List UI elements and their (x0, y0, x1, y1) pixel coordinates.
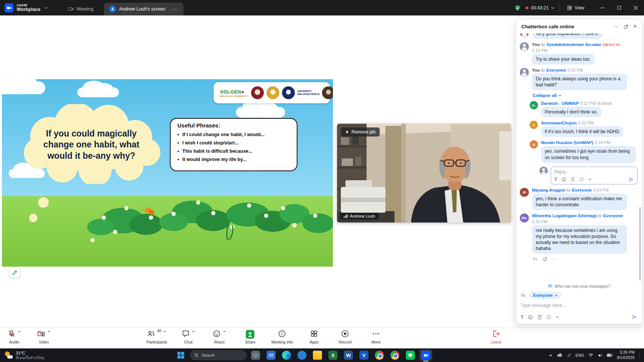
chevron-up-icon[interactable] (47, 330, 51, 333)
avatar[interactable]: N (530, 140, 538, 149)
encryption-shield-icon[interactable] (514, 5, 521, 11)
react-button[interactable]: React (210, 330, 229, 344)
chat-scrollbar[interactable] (639, 207, 641, 281)
collapse-all-link[interactable]: Collapse all (533, 93, 638, 98)
reply-box[interactable]: T (551, 167, 638, 184)
remove-pin-button[interactable]: Remove pin (341, 127, 380, 137)
more-actions-icon[interactable]: ⋯ (552, 256, 557, 262)
chevron-up-icon[interactable] (163, 330, 166, 333)
sender-name[interactable]: You (532, 42, 540, 47)
recipient-selector[interactable]: Everyone (529, 291, 562, 299)
avatar[interactable]: M (520, 188, 529, 197)
taskbar-app-file-explorer[interactable] (311, 350, 324, 361)
minimize-button[interactable] (594, 0, 611, 15)
avatar[interactable]: WL (520, 213, 529, 222)
meeting-info-button[interactable]: Meeting info (271, 330, 293, 344)
message-bubble[interactable]: Try to share your ideas too. (532, 54, 595, 64)
message-bubble[interactable]: not really because sometimes i am using … (532, 225, 627, 254)
message-bubble[interactable]: yes, i think a constant notification mak… (532, 193, 627, 210)
close-button[interactable] (627, 0, 644, 15)
message-bubble[interactable]: Personally I don't think so. (541, 107, 601, 117)
send-message-icon[interactable] (631, 314, 638, 320)
format-text-icon[interactable]: T (554, 176, 557, 182)
taskbar-app-mail[interactable] (265, 350, 277, 361)
close-chat-icon[interactable]: × (633, 23, 637, 30)
taskbar-search[interactable]: Search (190, 350, 247, 360)
chevron-up-icon[interactable] (223, 330, 226, 333)
avatar[interactable] (520, 68, 529, 77)
taskbar-app-excel[interactable]: X (327, 350, 339, 361)
chevron-down-icon[interactable] (556, 315, 559, 319)
chevron-down-icon[interactable] (588, 178, 592, 181)
language-indicator[interactable]: ENG (576, 353, 584, 357)
recipient-name[interactable]: Syedabdulrahman An-atan (546, 42, 601, 47)
weather-widget[interactable]: 31°C มีเมฆเป็นส่วนใหญ่ (0, 351, 49, 360)
taskbar-app-browser[interactable] (296, 350, 308, 361)
recipient-name[interactable]: Everyone (603, 213, 623, 218)
meeting-timer[interactable]: 00:43:21 (525, 5, 555, 11)
message-bubble[interactable]: Do you think always using your phone is … (532, 74, 627, 90)
pop-out-icon[interactable] (624, 24, 629, 29)
sender-name[interactable]: Wineetha Logalingam (Unimap) (532, 213, 597, 218)
chevron-up-icon[interactable] (18, 330, 21, 333)
video-tile-andrew-lush[interactable]: Remove pin Andrew Lush (337, 124, 511, 222)
leave-button[interactable]: Leave (486, 330, 506, 344)
emoji-icon[interactable] (528, 314, 533, 320)
show-desktop-button[interactable] (639, 351, 641, 360)
more-button[interactable]: More (366, 330, 386, 344)
maximize-button[interactable] (611, 0, 627, 15)
taskbar-app-chrome-2[interactable] (388, 350, 401, 361)
taskbar-app-desktop[interactable] (249, 350, 262, 361)
tab-meeting[interactable]: Meeting (63, 3, 99, 15)
avatar[interactable] (520, 42, 529, 51)
chevron-up-icon[interactable] (192, 330, 195, 333)
attach-file-icon[interactable] (537, 314, 542, 320)
annotation-button[interactable] (9, 267, 20, 278)
taskbar-app-zoom[interactable] (419, 350, 432, 361)
tab-more-icon[interactable]: ⋯ (171, 5, 178, 13)
view-button[interactable]: View (564, 4, 587, 12)
send-reply-icon[interactable] (628, 176, 634, 183)
reply-input[interactable] (554, 169, 634, 175)
volume-icon[interactable] (598, 353, 602, 358)
taskbar-app-word[interactable]: W (342, 350, 355, 361)
avatar[interactable]: D- (530, 101, 538, 109)
emoji-icon[interactable] (561, 177, 566, 182)
participants-button[interactable]: 40 Participants (146, 330, 167, 344)
audio-button[interactable]: Audio (5, 330, 24, 344)
message-bubble[interactable]: if it's too much. I think it will be ADH… (541, 126, 623, 137)
taskbar-app-chrome[interactable] (373, 350, 386, 361)
start-button[interactable] (174, 350, 187, 361)
taskbar-app-v[interactable]: V (357, 350, 370, 361)
video-button[interactable]: Video (34, 330, 54, 344)
attach-file-icon[interactable] (570, 177, 575, 182)
format-text-icon[interactable]: T (521, 314, 524, 320)
sender-name[interactable]: Nurain Huzaine (UniMAP) (541, 140, 593, 145)
chat-more-icon[interactable]: ⋯ (614, 23, 619, 29)
wifi-icon[interactable] (588, 353, 593, 357)
chevron-down-icon[interactable] (44, 6, 48, 10)
chat-messages[interactable]: Very good explanation. I love it. You to… (516, 34, 642, 281)
battery-icon[interactable] (607, 353, 613, 357)
sender-name[interactable]: You (532, 68, 540, 72)
sender-name[interactable]: AmonwanChujun (541, 121, 577, 125)
chevron-down-icon[interactable] (551, 6, 555, 10)
recipient-name[interactable]: Everyone (546, 68, 566, 72)
share-button[interactable]: Share (240, 330, 260, 344)
avatar[interactable]: A (530, 121, 538, 129)
recipient-name[interactable]: Everyone (572, 188, 592, 192)
sender-name[interactable]: Mayang Anggun (532, 188, 565, 192)
add-reaction-icon[interactable] (542, 256, 548, 262)
message-bubble[interactable]: Very good explanation. I love it. (532, 34, 602, 39)
screenshot-icon[interactable] (546, 314, 552, 320)
tray-chevron-up-icon[interactable] (548, 353, 553, 357)
taskbar-app-edge[interactable] (280, 350, 293, 361)
chat-message-input[interactable] (521, 301, 638, 312)
record-button[interactable]: Record (335, 330, 355, 344)
visibility-note[interactable]: Who can see your messages? (521, 282, 638, 291)
screenshot-icon[interactable] (579, 177, 584, 182)
taskbar-app-line[interactable] (404, 350, 417, 361)
avatar[interactable] (520, 34, 529, 37)
apps-button[interactable]: Apps (304, 330, 324, 344)
pen-icon[interactable] (567, 353, 572, 357)
